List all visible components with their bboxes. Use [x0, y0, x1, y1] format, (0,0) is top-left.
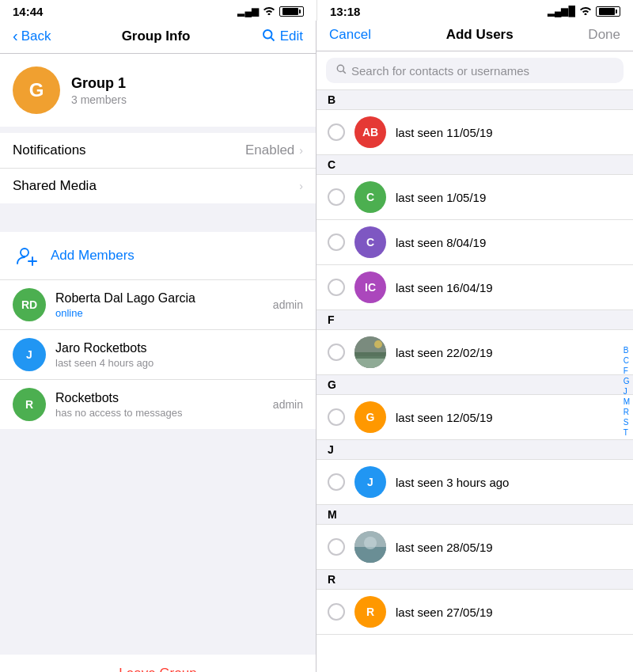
contact-status: last seen 11/05/19: [396, 126, 493, 139]
contact-row[interactable]: last seen 28/05/19: [316, 525, 633, 570]
search-icon: [261, 28, 275, 45]
contact-status: last seen 22/02/19: [396, 346, 493, 359]
svg-point-13: [364, 537, 377, 549]
edit-button[interactable]: Edit: [261, 28, 303, 45]
contact-row[interactable]: last seen 22/02/19: [316, 330, 633, 375]
leave-group-button[interactable]: Leave Group: [119, 666, 196, 672]
cancel-button[interactable]: Cancel: [329, 27, 371, 43]
time-right: 13:18: [330, 5, 360, 18]
avatar: J: [13, 338, 46, 371]
time-left: 14:44: [13, 5, 43, 18]
alpha-M[interactable]: M: [622, 397, 631, 407]
search-placeholder: Search for contacts or usernames: [351, 64, 529, 78]
contact-status: last seen 3 hours ago: [396, 476, 509, 489]
notifications-label: Notifications: [13, 142, 86, 158]
alpha-T[interactable]: T: [622, 428, 631, 438]
contact-row[interactable]: G last seen 12/05/19: [316, 395, 633, 440]
avatar: J: [354, 466, 386, 498]
avatar: G: [354, 401, 386, 433]
alpha-R[interactable]: R: [622, 408, 631, 417]
add-members-button[interactable]: Add Members: [0, 232, 316, 280]
member-name: Rocketbots: [55, 391, 263, 405]
member-role: admin: [273, 398, 303, 411]
group-members-count: 3 members: [71, 93, 127, 106]
alpha-J[interactable]: J: [622, 387, 631, 397]
wifi-icon-left: [263, 6, 275, 17]
contact-row[interactable]: C last seen 8/04/19: [316, 220, 633, 265]
member-name: Roberta Dal Lago Garcia: [55, 291, 263, 306]
svg-line-6: [343, 71, 346, 74]
contact-row[interactable]: R last seen 27/05/19: [316, 590, 633, 635]
contact-status: last seen 12/05/19: [396, 411, 493, 424]
svg-line-1: [271, 37, 274, 40]
group-header: G Group 1 3 members: [0, 54, 316, 127]
contact-row[interactable]: J last seen 3 hours ago: [316, 460, 633, 505]
member-role: admin: [273, 298, 303, 311]
contact-radio[interactable]: [328, 538, 345, 556]
shared-media-label: Shared Media: [13, 178, 97, 194]
signal-icon-right: ▂▄▆█: [548, 6, 575, 17]
add-members-icon: [13, 241, 41, 270]
members-section: Add Members RD Roberta Dal Lago Garcia o…: [0, 232, 316, 429]
alpha-F[interactable]: F: [622, 366, 631, 376]
avatar: R: [13, 388, 46, 421]
avatar: [354, 336, 386, 368]
contact-status: last seen 28/05/19: [396, 541, 493, 554]
group-name: Group 1: [71, 75, 127, 92]
alpha-S[interactable]: S: [622, 418, 631, 427]
notifications-value: Enabled: [245, 142, 294, 158]
search-icon: [335, 63, 347, 78]
alpha-B[interactable]: B: [622, 346, 631, 355]
section-header-C: C: [316, 155, 633, 175]
contact-radio[interactable]: [328, 344, 345, 361]
contact-radio[interactable]: [328, 233, 345, 251]
section-header-M: M: [316, 505, 633, 525]
member-name: Jaro Rocketbots: [55, 341, 294, 355]
alpha-C[interactable]: C: [622, 356, 631, 366]
add-users-title: Add Users: [446, 27, 514, 43]
chevron-right-media-icon: ›: [299, 180, 303, 192]
avatar: RD: [13, 288, 46, 321]
notifications-row[interactable]: Notifications Enabled ›: [0, 133, 316, 169]
settings-section: Notifications Enabled › Shared Media ›: [0, 133, 316, 203]
leave-group-section: Leave Group: [0, 655, 316, 672]
wifi-icon-right: [579, 6, 592, 17]
contact-radio[interactable]: [328, 473, 345, 491]
status-bar-right: 13:18 ▂▄▆█: [316, 0, 633, 21]
contact-status: last seen 16/04/19: [396, 281, 493, 294]
contact-status: last seen 27/05/19: [396, 606, 493, 619]
contact-status: last seen 1/05/19: [396, 191, 486, 204]
shared-media-row[interactable]: Shared Media ›: [0, 169, 316, 203]
battery-icon-left: [279, 6, 304, 17]
alpha-G[interactable]: G: [622, 377, 631, 386]
signal-icon-left: ▂▄▆: [237, 6, 259, 17]
back-button[interactable]: ‹ Back: [13, 27, 51, 45]
contact-row[interactable]: AB last seen 11/05/19: [316, 110, 633, 155]
status-bar-left: 14:44 ▂▄▆: [0, 0, 316, 21]
member-row[interactable]: R Rocketbots has no access to messages a…: [0, 380, 316, 429]
nav-bar-left: ‹ Back Group Info Edit: [0, 21, 316, 54]
contact-radio[interactable]: [328, 279, 345, 296]
search-container: Search for contacts or usernames: [316, 51, 633, 90]
done-button[interactable]: Done: [588, 27, 620, 43]
avatar: IC: [354, 271, 386, 303]
svg-point-0: [263, 30, 272, 39]
contact-radio[interactable]: [328, 123, 345, 141]
member-status: online: [55, 307, 263, 319]
chevron-right-notifications-icon: ›: [299, 144, 303, 157]
chevron-left-icon: ‹: [13, 27, 18, 45]
member-row[interactable]: RD Roberta Dal Lago Garcia online admin: [0, 280, 316, 330]
member-status: has no access to messages: [55, 407, 263, 419]
section-header-R: R: [316, 570, 633, 590]
contact-radio[interactable]: [328, 188, 345, 206]
contact-row[interactable]: IC last seen 16/04/19: [316, 265, 633, 310]
contact-radio[interactable]: [328, 603, 345, 621]
search-input-wrapper[interactable]: Search for contacts or usernames: [326, 58, 624, 83]
contact-row[interactable]: C last seen 1/05/19: [316, 175, 633, 220]
contact-radio[interactable]: [328, 408, 345, 426]
alphabet-index: B C F G J M R S T: [622, 90, 631, 672]
member-row[interactable]: J Jaro Rocketbots last seen 4 hours ago: [0, 330, 316, 380]
avatar: C: [354, 181, 386, 213]
svg-point-9: [374, 340, 382, 348]
section-header-J: J: [316, 440, 633, 460]
